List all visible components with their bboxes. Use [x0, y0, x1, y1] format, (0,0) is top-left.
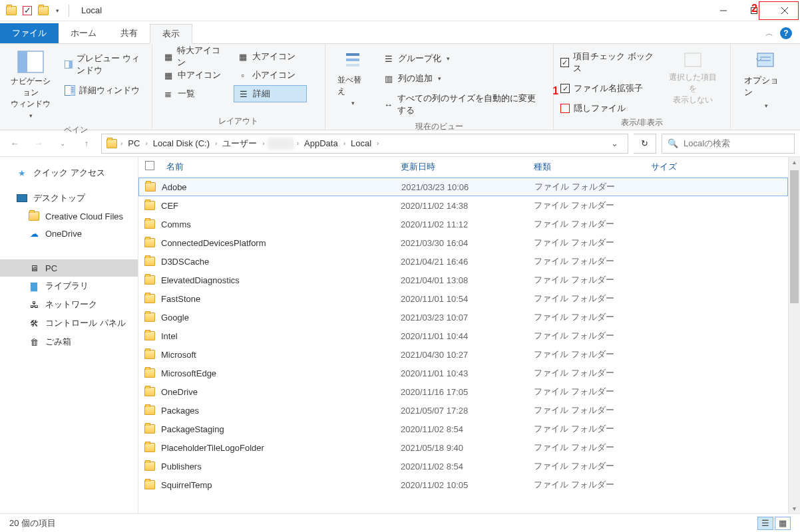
size-all-columns-button[interactable]: ↔すべての列のサイズを自動的に変更する	[379, 90, 546, 118]
crumb-username-redacted[interactable]: xxx	[268, 138, 294, 150]
refresh-button[interactable]: ↻	[634, 134, 656, 154]
view-details-toggle[interactable]: ☰	[757, 517, 773, 530]
details-pane-button[interactable]: 詳細ウィンドウ	[61, 82, 144, 98]
ribbon: ナビゲーション ウィンドウ ▾ プレビュー ウィンドウ 詳細ウィンドウ ペイン …	[0, 44, 800, 130]
cell-date: 2021/04/01 13:08	[401, 275, 534, 285]
table-row[interactable]: OneDrive2020/11/16 17:05ファイル フォルダー	[138, 382, 788, 401]
tree-creative-cloud[interactable]: Creative Cloud Files	[0, 207, 138, 225]
table-row[interactable]: Comms2020/11/02 11:12ファイル フォルダー	[138, 215, 788, 233]
crumb-appdata[interactable]: AppData	[301, 138, 341, 148]
tree-user-redacted[interactable]: 👤xxxx	[0, 242, 138, 259]
navigation-tree[interactable]: ★クイック アクセス デスクトップ Creative Cloud Files ☁…	[0, 157, 138, 513]
qat-newfolder-icon[interactable]	[37, 5, 49, 17]
address-bar[interactable]: › PC› Local Disk (C:)› ユーザー› xxx› AppDat…	[101, 134, 628, 154]
cell-date: 2020/11/02 14:38	[401, 201, 534, 211]
select-all-checkbox[interactable]	[145, 161, 154, 170]
layout-medium[interactable]: ▦中アイコン	[159, 66, 232, 84]
table-row[interactable]: Adobe2021/03/23 10:06ファイル フォルダー	[138, 178, 788, 196]
tree-quick-access[interactable]: ★クイック アクセス	[0, 164, 138, 182]
recent-locations-button[interactable]: ⌄	[53, 134, 72, 153]
folder-icon	[144, 387, 155, 396]
back-button[interactable]: ←	[5, 134, 24, 153]
table-row[interactable]: SquirrelTemp2020/11/02 10:05ファイル フォルダー	[138, 475, 788, 494]
item-checkboxes-toggle[interactable]: ✓項目チェック ボックス	[560, 51, 655, 74]
cell-type: ファイル フォルダー	[534, 442, 651, 454]
layout-details[interactable]: ☰詳細	[234, 85, 307, 102]
tree-blurred-3[interactable]: ▫xxxxxxxxxx	[0, 386, 138, 403]
address-dropdown-icon[interactable]: ⌄	[606, 138, 624, 148]
help-icon[interactable]: ?	[780, 27, 792, 39]
crumb-local[interactable]: Local	[348, 138, 374, 148]
table-row[interactable]: PlaceholderTileLogoFolder2021/05/18 9:40…	[138, 438, 788, 457]
tree-network[interactable]: 🖧ネットワーク	[0, 295, 138, 314]
svg-rect-7	[69, 61, 73, 68]
tab-view[interactable]: 表示	[150, 24, 192, 44]
table-row[interactable]: MicrosoftEdge2020/11/01 10:43ファイル フォルダー	[138, 364, 788, 382]
scrollbar-thumb[interactable]	[790, 170, 799, 303]
column-size[interactable]: サイズ	[651, 161, 731, 173]
table-row[interactable]: FastStone2020/11/01 10:54ファイル フォルダー	[138, 289, 788, 308]
collapse-ribbon-icon[interactable]: ︿	[765, 28, 773, 39]
tree-desktop[interactable]: デスクトップ	[0, 189, 138, 207]
crumb-pc[interactable]: PC	[125, 138, 142, 148]
hidden-files-toggle[interactable]: 隠しファイル	[560, 102, 655, 114]
add-columns-button[interactable]: ▥列の追加▾	[379, 70, 546, 86]
tree-blurred-1[interactable]: ▫xxxxxxx	[0, 351, 138, 368]
vertical-scrollbar[interactable]: ▴ ▾	[788, 157, 800, 513]
cell-date: 2020/11/02 8:54	[401, 462, 534, 471]
crumb-c[interactable]: Local Disk (C:)	[150, 138, 212, 148]
tab-share[interactable]: 共有	[108, 23, 150, 43]
file-list[interactable]: 名前 更新日時 種類 サイズ Adobe2021/03/23 10:06ファイル…	[138, 157, 788, 513]
column-date[interactable]: 更新日時	[401, 161, 534, 173]
minimize-button[interactable]	[708, 0, 739, 21]
close-button[interactable]	[769, 0, 800, 21]
table-row[interactable]: Publishers2020/11/02 8:54ファイル フォルダー	[138, 457, 788, 475]
tree-recycle[interactable]: 🗑ごみ箱	[0, 332, 138, 351]
up-button[interactable]: ↑	[77, 134, 96, 153]
tree-blurred-2[interactable]: ▫xxx	[0, 368, 138, 386]
qat-dropdown-icon[interactable]: ▾	[56, 7, 59, 14]
table-row[interactable]: ElevatedDiagnostics2021/04/01 13:08ファイル …	[138, 271, 788, 289]
view-icons-toggle[interactable]: ▦	[775, 517, 791, 530]
tree-onedrive[interactable]: ☁OneDrive	[0, 225, 138, 242]
column-name[interactable]: 名前	[161, 161, 401, 173]
tab-home[interactable]: ホーム	[59, 23, 108, 43]
table-row[interactable]: Intel2020/11/01 10:44ファイル フォルダー	[138, 327, 788, 345]
table-row[interactable]: ConnectedDevicesPlatform2021/03/30 16:04…	[138, 233, 788, 252]
sort-button[interactable]: 並べ替え ▾	[332, 48, 373, 109]
table-row[interactable]: Microsoft2021/04/30 10:27ファイル フォルダー	[138, 345, 788, 364]
tree-pc[interactable]: 🖥PC	[0, 259, 138, 277]
cell-name: ElevatedDiagnostics	[161, 275, 401, 285]
table-row[interactable]: D3DSCache2021/04/21 16:46ファイル フォルダー	[138, 252, 788, 271]
options-button[interactable]: オプション ▾	[737, 48, 793, 113]
navigation-pane-button[interactable]: ナビゲーション ウィンドウ ▾	[7, 48, 54, 122]
group-by-button[interactable]: ☰グループ化▾	[379, 51, 546, 66]
column-headers[interactable]: 名前 更新日時 種類 サイズ	[138, 157, 788, 178]
layout-list[interactable]: ≣一覧	[159, 85, 232, 102]
table-row[interactable]: Packages2021/05/07 17:28ファイル フォルダー	[138, 401, 788, 420]
table-row[interactable]: CEF2020/11/02 14:38ファイル フォルダー	[138, 196, 788, 215]
qat-properties-icon[interactable]: ✓	[23, 6, 32, 15]
search-box[interactable]: 🔍 Localの検索	[662, 134, 795, 154]
preview-pane-icon	[65, 59, 73, 70]
tab-file[interactable]: ファイル	[0, 23, 59, 43]
cell-type: ファイル フォルダー	[534, 181, 652, 193]
layout-small[interactable]: ▫小アイコン	[234, 66, 307, 84]
file-extensions-toggle[interactable]: ✓ファイル名拡張子	[560, 82, 655, 94]
layout-extra-large[interactable]: ▦特大アイコン	[159, 48, 232, 65]
forward-button[interactable]: →	[29, 134, 48, 153]
column-type[interactable]: 種類	[534, 161, 651, 173]
table-row[interactable]: PackageStaging2020/11/02 8:54ファイル フォルダー	[138, 420, 788, 438]
tree-libraries[interactable]: ▇ライブラリ	[0, 277, 138, 295]
cell-date: 2020/11/02 11:12	[401, 219, 534, 229]
folder-icon	[144, 350, 155, 359]
table-row[interactable]: Google2021/03/23 10:07ファイル フォルダー	[138, 308, 788, 327]
network-icon: 🖧	[28, 299, 40, 310]
tree-control-panel[interactable]: 🛠コントロール パネル	[0, 314, 138, 332]
crumb-users[interactable]: ユーザー	[220, 138, 260, 150]
layout-gallery[interactable]: ▦特大アイコン ▦大アイコン ▦中アイコン ▫小アイコン ≣一覧 ☰詳細	[159, 48, 307, 102]
preview-pane-button[interactable]: プレビュー ウィンドウ	[61, 51, 144, 78]
layout-large[interactable]: ▦大アイコン	[234, 48, 307, 65]
folder-icon	[145, 182, 156, 192]
cell-name: MicrosoftEdge	[161, 368, 401, 378]
